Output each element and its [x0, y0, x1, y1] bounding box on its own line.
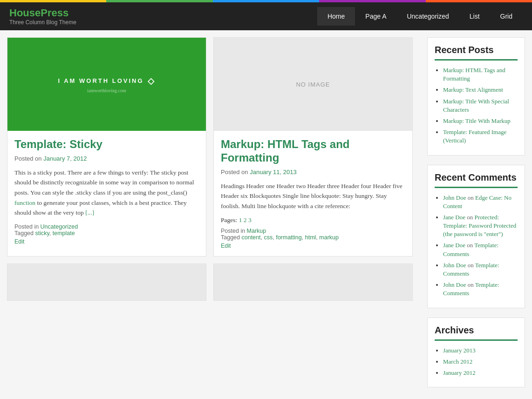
diamond-icon: ◇ — [148, 76, 156, 86]
recent-post-link-2[interactable]: Markup: Text Alignment — [443, 86, 503, 93]
commenter-2[interactable]: Jane Doe — [443, 214, 465, 221]
list-item: March 2012 — [443, 358, 518, 366]
image-url: iamworthloving.com — [87, 88, 126, 93]
post-card-partial-2 — [213, 264, 413, 301]
post-body-markup: Markup: HTML Tags and Formatting Posted … — [214, 131, 412, 256]
site-title: HousePress — [9, 7, 76, 19]
post-card-markup-html: NO IMAGE Markup: HTML Tags and Formattin… — [213, 37, 413, 257]
list-item: Markup: Title With Special Characters — [443, 97, 518, 114]
post-card-sticky: I AM WORTH LOVING ◇ iamworthloving.com T… — [7, 37, 206, 257]
page-link-3[interactable]: 3 — [248, 216, 252, 223]
recent-post-link-1[interactable]: Markup: HTML Tags and Formatting — [443, 67, 505, 82]
post-excerpt-markup: Headings Header one Header two Header th… — [221, 181, 405, 211]
read-more-link-sticky[interactable]: [...] — [85, 209, 94, 216]
nav-item-uncategorized[interactable]: Uncategorized — [396, 7, 459, 26]
list-item: Markup: HTML Tags and Formatting — [443, 66, 518, 83]
widget-recent-posts-title: Recent Posts — [435, 45, 518, 61]
recent-comments-list: John Doe on Edge Case: No Content Jane D… — [435, 194, 518, 298]
post-meta-markup: Posted on January 11, 2013 — [221, 169, 405, 176]
list-item: Template: Featured Image (Vertical) — [443, 128, 518, 145]
list-item: January 2012 — [443, 369, 518, 377]
edit-link-markup[interactable]: Edit — [221, 243, 405, 249]
site-tagline: Three Column Blog Theme — [9, 19, 76, 26]
tag-content[interactable]: content — [241, 234, 260, 241]
post-featured-image-markup: NO IMAGE — [214, 38, 412, 131]
tag-html[interactable]: html — [305, 234, 316, 241]
image-text: I AM WORTH LOVING ◇ — [58, 76, 155, 86]
archives-list: January 2013 March 2012 January 2012 — [435, 346, 518, 378]
sidebar: Recent Posts Markup: HTML Tags and Forma… — [420, 30, 532, 399]
image-label: I AM WORTH LOVING — [58, 77, 143, 84]
post-title-link-markup[interactable]: Markup: HTML Tags and Formatting — [221, 138, 349, 164]
commenter-5[interactable]: John Doe — [443, 281, 466, 288]
post-card-partial-1 — [7, 264, 206, 301]
widget-archives-title: Archives — [435, 325, 518, 341]
edit-link-sticky[interactable]: Edit — [14, 238, 199, 245]
widget-recent-comments-title: Recent Comments — [435, 172, 518, 188]
commenter-4[interactable]: John Doe — [443, 262, 466, 269]
main-nav: Home Page A Uncategorized List Grid — [317, 7, 523, 26]
widget-recent-posts: Recent Posts Markup: HTML Tags and Forma… — [427, 37, 525, 156]
category-link-sticky[interactable]: Uncategorized — [41, 223, 78, 230]
tag-template[interactable]: template — [53, 230, 75, 237]
recent-post-link-5[interactable]: Template: Featured Image (Vertical) — [443, 128, 506, 144]
widget-recent-comments: Recent Comments John Doe on Edge Case: N… — [427, 165, 525, 308]
list-item: John Doe on Template: Comments — [443, 281, 518, 298]
category-link-markup[interactable]: Markup — [247, 228, 266, 234]
list-item: John Doe on Edge Case: No Content — [443, 194, 518, 210]
tag-markup[interactable]: markup — [319, 234, 339, 241]
post-title-link-sticky[interactable]: Template: Sticky — [14, 138, 102, 150]
nav-item-grid[interactable]: Grid — [490, 7, 523, 26]
post-date-link-sticky[interactable]: January 7, 2012 — [43, 155, 87, 162]
list-item: January 2013 — [443, 346, 518, 355]
nav-item-home[interactable]: Home — [317, 7, 355, 26]
post-featured-image-sticky: I AM WORTH LOVING ◇ iamworthloving.com — [7, 38, 206, 131]
post-footer-markup: Posted in Markup Tagged content, css, fo… — [221, 228, 405, 249]
list-item: Markup: Text Alignment — [443, 86, 518, 94]
post-meta-sticky: Posted on January 7, 2012 — [14, 155, 199, 162]
post-body-sticky: Template: Sticky Posted on January 7, 20… — [7, 131, 206, 252]
list-item: John Doe on Template: Comments — [443, 261, 518, 278]
recent-post-link-3[interactable]: Markup: Title With Special Characters — [443, 98, 509, 113]
page-link-1[interactable]: 1 — [239, 216, 242, 223]
widget-archives: Archives January 2013 March 2012 January… — [427, 318, 525, 388]
tag-css[interactable]: css — [264, 234, 273, 241]
tag-sticky[interactable]: sticky — [35, 230, 49, 237]
page-container: I AM WORTH LOVING ◇ iamworthloving.com T… — [0, 30, 532, 399]
post-footer-sticky: Posted in Uncategorized Tagged sticky, t… — [14, 223, 199, 245]
site-branding: HousePress Three Column Blog Theme — [9, 7, 76, 26]
recent-posts-list: Markup: HTML Tags and Formatting Markup:… — [435, 66, 518, 145]
post-title-sticky[interactable]: Template: Sticky — [14, 138, 199, 151]
list-item: Markup: Title With Markup — [443, 117, 518, 125]
site-header: HousePress Three Column Blog Theme Home … — [0, 2, 532, 30]
nav-item-list[interactable]: List — [459, 7, 490, 26]
commenter-1[interactable]: John Doe — [443, 194, 466, 201]
main-content: I AM WORTH LOVING ◇ iamworthloving.com T… — [0, 30, 420, 399]
post-pages-nav: Pages: 1 2 3 — [221, 216, 405, 224]
list-item: Jane Doe on Template: Comments — [443, 241, 518, 258]
archive-link-jan-2012[interactable]: January 2012 — [443, 369, 476, 376]
post-excerpt-sticky: This is a sticky post. There are a few t… — [14, 168, 199, 218]
recent-post-link-4[interactable]: Markup: Title With Markup — [443, 117, 511, 124]
tag-formatting[interactable]: formatting — [276, 234, 302, 241]
archive-link-jan-2013[interactable]: January 2013 — [443, 347, 476, 354]
page-link-2[interactable]: 2 — [244, 216, 247, 223]
archive-link-mar-2012[interactable]: March 2012 — [443, 358, 472, 365]
post-title-markup[interactable]: Markup: HTML Tags and Formatting — [221, 138, 405, 165]
commenter-3[interactable]: Jane Doe — [443, 242, 465, 249]
nav-item-page-a[interactable]: Page A — [355, 7, 396, 26]
list-item: Jane Doe on Protected: Template: Passwor… — [443, 213, 518, 239]
no-image-label: NO IMAGE — [296, 81, 330, 88]
function-link[interactable]: function — [14, 199, 35, 206]
post-date-link-markup[interactable]: January 11, 2013 — [250, 169, 296, 176]
